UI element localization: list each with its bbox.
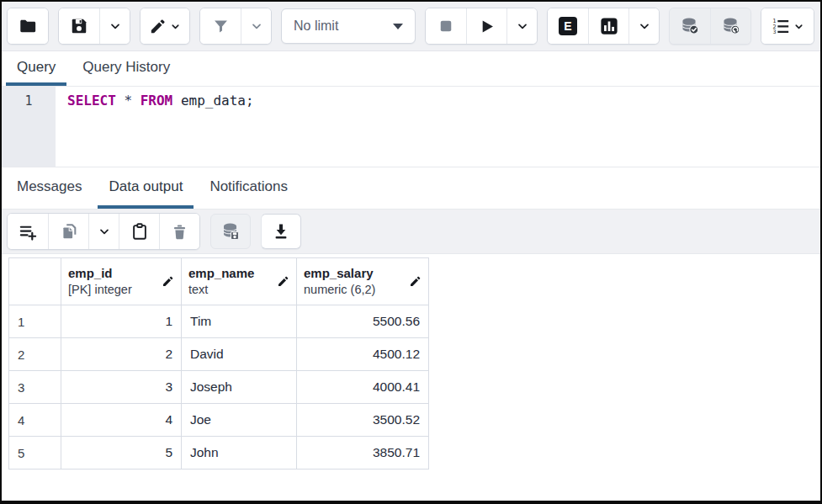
column-name: emp_salary	[304, 266, 375, 282]
table-row: 3 3 Joseph 4000.41	[9, 371, 429, 404]
column-type: numeric (6,2)	[304, 282, 375, 297]
cell-emp-name[interactable]: Tim	[182, 305, 297, 338]
execute-group	[425, 8, 538, 45]
stop-icon	[438, 18, 454, 34]
edit-column-icon[interactable]	[277, 275, 289, 288]
folder-icon	[19, 17, 37, 35]
filter-button[interactable]	[200, 8, 241, 44]
paste-button[interactable]	[119, 214, 159, 249]
sql-keyword: FROM	[141, 93, 173, 109]
chevron-down-icon	[516, 19, 529, 33]
edit-data-group	[7, 213, 200, 250]
add-row-button[interactable]	[8, 214, 48, 249]
save-options-button[interactable]	[99, 8, 130, 44]
explain-button[interactable]: E	[548, 8, 588, 44]
edit-column-icon[interactable]	[409, 275, 422, 288]
cell-emp-salary[interactable]: 4500.12	[297, 338, 429, 371]
transaction-group	[669, 8, 751, 45]
filter-group	[199, 8, 272, 45]
tab-messages[interactable]: Messages	[6, 167, 93, 209]
row-header[interactable]: 3	[9, 371, 61, 404]
copy-button[interactable]	[48, 214, 88, 249]
tab-data-output-label: Data output	[109, 178, 183, 195]
row-header[interactable]: 2	[9, 338, 61, 371]
tab-messages-label: Messages	[17, 178, 82, 195]
edit-column-icon[interactable]	[162, 275, 174, 288]
column-header-emp-id[interactable]: emp_id [PK] integer	[61, 258, 182, 305]
table-row: 2 2 David 4500.12	[9, 338, 429, 371]
rollback-icon	[721, 16, 741, 36]
save-data-changes-button[interactable]	[210, 214, 251, 249]
cell-emp-salary[interactable]: 5500.56	[297, 305, 429, 338]
column-name: emp_id	[68, 266, 132, 282]
open-file-button[interactable]	[8, 8, 48, 44]
chevron-down-icon	[98, 225, 111, 238]
chevron-down-icon	[393, 24, 403, 29]
tab-query-history[interactable]: Query History	[72, 51, 181, 86]
column-type: [PK] integer	[68, 282, 132, 297]
explain-group: E	[547, 8, 660, 45]
tab-query[interactable]: Query	[6, 51, 66, 86]
row-header[interactable]: 1	[9, 305, 61, 338]
save-data-icon	[220, 221, 241, 241]
cell-emp-name[interactable]: Joseph	[182, 371, 297, 404]
execute-button[interactable]	[466, 8, 506, 44]
table-row: 1 1 Tim 5500.56	[9, 305, 429, 338]
data-output-grid: emp_id [PK] integer emp_name	[2, 254, 820, 470]
add-row-icon	[19, 222, 38, 241]
delete-row-button[interactable]	[159, 214, 199, 249]
sql-editor[interactable]: 1 SELECT * FROM emp_data;	[2, 87, 820, 167]
filter-icon	[212, 18, 230, 35]
cell-emp-name[interactable]: Joe	[182, 404, 297, 437]
save-icon	[70, 17, 88, 35]
select-all-corner[interactable]	[9, 258, 61, 305]
query-tabbar: Query Query History	[2, 51, 820, 87]
download-results-button[interactable]	[261, 214, 301, 249]
cell-emp-id[interactable]: 4	[61, 404, 182, 437]
commit-icon	[680, 16, 700, 36]
save-file-button[interactable]	[59, 8, 99, 44]
tab-notifications[interactable]: Notifications	[199, 167, 299, 209]
tab-data-output[interactable]: Data output	[98, 167, 194, 209]
open-file-group	[7, 8, 49, 45]
column-header-emp-name[interactable]: emp_name text	[182, 258, 297, 305]
cell-emp-id[interactable]: 1	[61, 305, 182, 338]
tab-query-label: Query	[17, 59, 56, 76]
chevron-down-icon	[793, 21, 804, 32]
macro-button[interactable]: 123	[761, 8, 814, 44]
row-limit-select[interactable]: No limit	[281, 8, 416, 44]
column-header-emp-salary[interactable]: emp_salary numeric (6,2)	[297, 258, 429, 305]
cell-emp-salary[interactable]: 3850.71	[297, 437, 429, 470]
cell-emp-salary[interactable]: 3500.52	[297, 404, 429, 437]
data-output-toolbar	[2, 210, 820, 254]
column-name: emp_name	[188, 266, 254, 282]
cell-emp-name[interactable]: John	[182, 437, 297, 470]
explain-analyze-button[interactable]	[588, 8, 628, 44]
explain-options-button[interactable]	[628, 8, 659, 44]
cell-emp-id[interactable]: 5	[61, 437, 182, 470]
filter-options-button[interactable]	[241, 8, 271, 44]
rollback-button[interactable]	[710, 8, 750, 44]
edit-button[interactable]	[141, 8, 189, 44]
commit-button[interactable]	[670, 8, 710, 44]
row-header[interactable]: 4	[9, 404, 61, 437]
execute-options-button[interactable]	[506, 8, 537, 44]
row-header[interactable]: 5	[9, 437, 61, 470]
execute-icon	[478, 18, 496, 35]
cell-emp-name[interactable]: David	[182, 338, 297, 371]
copy-icon	[60, 222, 78, 241]
table-row: 4 4 Joe 3500.52	[9, 404, 429, 437]
chevron-down-icon	[250, 19, 263, 33]
stop-button[interactable]	[426, 8, 466, 44]
edit-icon	[149, 18, 167, 35]
cell-emp-id[interactable]: 3	[61, 371, 182, 404]
cell-emp-id[interactable]: 2	[61, 338, 182, 371]
copy-options-button[interactable]	[88, 214, 119, 249]
tab-notifications-label: Notifications	[209, 178, 288, 195]
cell-emp-salary[interactable]: 4000.41	[297, 371, 429, 404]
delete-icon	[171, 223, 188, 241]
edit-group	[140, 8, 190, 45]
macro-icon: 123	[772, 17, 790, 35]
row-limit-value: No limit	[294, 19, 338, 34]
download-icon	[272, 222, 290, 241]
